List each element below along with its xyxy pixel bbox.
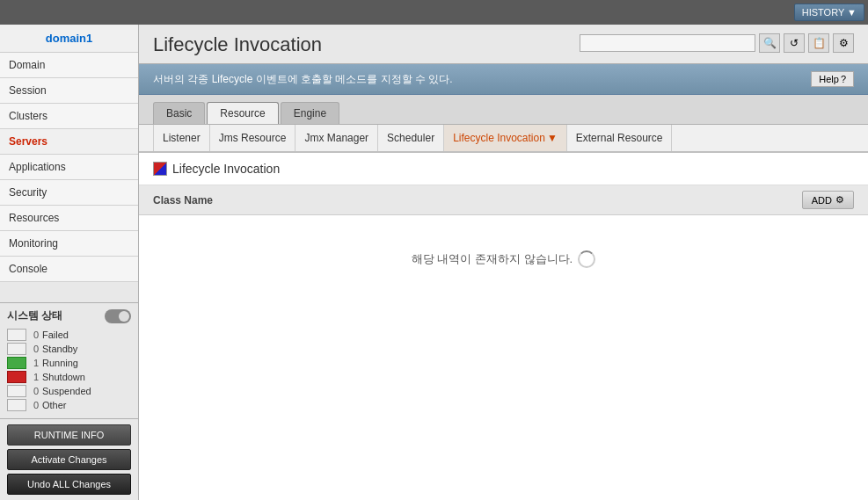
subnav-jms-resource[interactable]: Jms Resource <box>210 125 296 151</box>
activate-changes-button[interactable]: Activate Changes <box>7 449 131 470</box>
refresh-button[interactable]: ↺ <box>784 33 805 53</box>
standby-count: 0 <box>30 344 39 354</box>
tab-resource[interactable]: Resource <box>207 102 278 124</box>
add-label: ADD <box>812 195 832 206</box>
page-title: Lifecycle Invocation <box>153 33 322 56</box>
failed-label: Failed <box>42 330 69 340</box>
sidebar-item-session[interactable]: Session <box>0 78 138 104</box>
add-button[interactable]: ADD ⚙ <box>802 191 854 209</box>
content-area: Lifecycle Invocation 🔍 ↺ 📋 ⚙ 서버의 각종 Life… <box>139 25 868 500</box>
system-status-title: 시스템 상태 <box>7 308 62 323</box>
sidebar-item-security[interactable]: Security <box>0 180 138 206</box>
other-indicator <box>7 399 26 411</box>
status-other-row: 0 Other <box>7 399 131 411</box>
shutdown-label: Shutdown <box>42 372 85 382</box>
subnav-listener[interactable]: Listener <box>153 125 210 151</box>
other-label: Other <box>42 400 67 410</box>
header-right: 🔍 ↺ 📋 ⚙ <box>580 33 854 53</box>
sidebar-item-servers[interactable]: Servers <box>0 129 138 155</box>
runtime-info-button[interactable]: RUNTIME INFO <box>7 424 131 446</box>
lifecycle-icon <box>153 162 167 176</box>
tabs-container: Basic Resource Engine <box>139 95 868 125</box>
suspended-label: Suspended <box>42 386 91 396</box>
sidebar-item-monitoring[interactable]: Monitoring <box>0 231 138 257</box>
sidebar-item-resources[interactable]: Resources <box>0 206 138 231</box>
suspended-count: 0 <box>30 386 39 396</box>
add-icon: ⚙ <box>835 194 844 206</box>
main-layout: domain1 Domain Session Clusters Servers … <box>0 25 868 500</box>
help-icon: ? <box>841 74 846 84</box>
loading-circle <box>578 250 595 268</box>
sidebar-domain-title[interactable]: domain1 <box>0 25 138 53</box>
help-button[interactable]: Help ? <box>811 71 854 87</box>
subnav-jmx-manager[interactable]: Jmx Manager <box>295 125 378 151</box>
running-label: Running <box>42 358 78 368</box>
tabs: Basic Resource Engine <box>153 102 854 124</box>
running-count: 1 <box>30 358 39 368</box>
main-panel: Lifecycle Invocation Class Name ADD ⚙ 해당… <box>139 153 868 500</box>
subnav-external-resource[interactable]: External Resource <box>567 125 673 151</box>
section-header: Lifecycle Invocation <box>139 153 868 185</box>
status-shutdown-row: 1 Shutdown <box>7 371 131 383</box>
sidebar-item-applications[interactable]: Applications <box>0 155 138 180</box>
shutdown-count: 1 <box>30 372 39 382</box>
search-input[interactable] <box>580 34 755 52</box>
status-running-row: 1 Running <box>7 357 131 369</box>
top-bar: HISTORY ▼ <box>0 0 868 25</box>
tab-basic[interactable]: Basic <box>153 102 205 124</box>
status-standby-row: 0 Standby <box>7 343 131 355</box>
standby-label: Standby <box>42 344 77 354</box>
status-header: 시스템 상태 <box>7 308 131 323</box>
runtime-section: RUNTIME INFO Activate Changes Undo ALL C… <box>0 418 138 500</box>
subnav-lifecycle-label: Lifecycle Invocation <box>453 132 545 144</box>
sub-nav: Listener Jms Resource Jmx Manager Schedu… <box>139 125 868 153</box>
status-suspended-row: 0 Suspended <box>7 385 131 397</box>
col-class-name: Class Name <box>153 194 802 207</box>
empty-text: 해당 내역이 존재하지 않습니다. <box>412 251 573 267</box>
other-count: 0 <box>30 400 39 410</box>
subnav-lifecycle-invocation[interactable]: Lifecycle Invocation ▼ <box>444 125 567 151</box>
help-label: Help <box>819 74 839 84</box>
tab-engine[interactable]: Engine <box>281 102 339 124</box>
history-button[interactable]: HISTORY ▼ <box>794 4 864 21</box>
sidebar-item-console[interactable]: Console <box>0 257 138 282</box>
undo-all-changes-button[interactable]: Undo ALL Changes <box>7 474 131 495</box>
sidebar: domain1 Domain Session Clusters Servers … <box>0 25 139 500</box>
subnav-scheduler[interactable]: Scheduler <box>378 125 444 151</box>
page-header: Lifecycle Invocation 🔍 ↺ 📋 ⚙ <box>139 25 868 64</box>
system-status: 시스템 상태 0 Failed 0 Standby 1 Running 1 <box>0 302 138 418</box>
sidebar-item-clusters[interactable]: Clusters <box>0 104 138 129</box>
search-button[interactable]: 🔍 <box>759 33 780 53</box>
status-toggle[interactable] <box>105 309 131 323</box>
settings-button[interactable]: ⚙ <box>833 33 854 53</box>
subnav-lifecycle-dropdown-icon: ▼ <box>547 132 558 144</box>
sidebar-nav: Domain Session Clusters Servers Applicat… <box>0 53 138 302</box>
export-button[interactable]: 📋 <box>808 33 829 53</box>
info-banner: 서버의 각종 Lifecycle 이벤트에 호출할 메소드를 지정할 수 있다.… <box>139 64 868 95</box>
shutdown-indicator <box>7 371 26 383</box>
running-indicator <box>7 357 26 369</box>
standby-indicator <box>7 343 26 355</box>
failed-count: 0 <box>30 330 39 340</box>
status-failed-row: 0 Failed <box>7 329 131 341</box>
table-header: Class Name ADD ⚙ <box>139 185 868 215</box>
suspended-indicator <box>7 385 26 397</box>
sidebar-item-domain[interactable]: Domain <box>0 53 138 78</box>
failed-indicator <box>7 329 26 341</box>
empty-message: 해당 내역이 존재하지 않습니다. <box>139 215 868 303</box>
info-text: 서버의 각종 Lifecycle 이벤트에 호출할 메소드를 지정할 수 있다. <box>153 72 453 87</box>
section-title: Lifecycle Invocation <box>172 162 280 176</box>
